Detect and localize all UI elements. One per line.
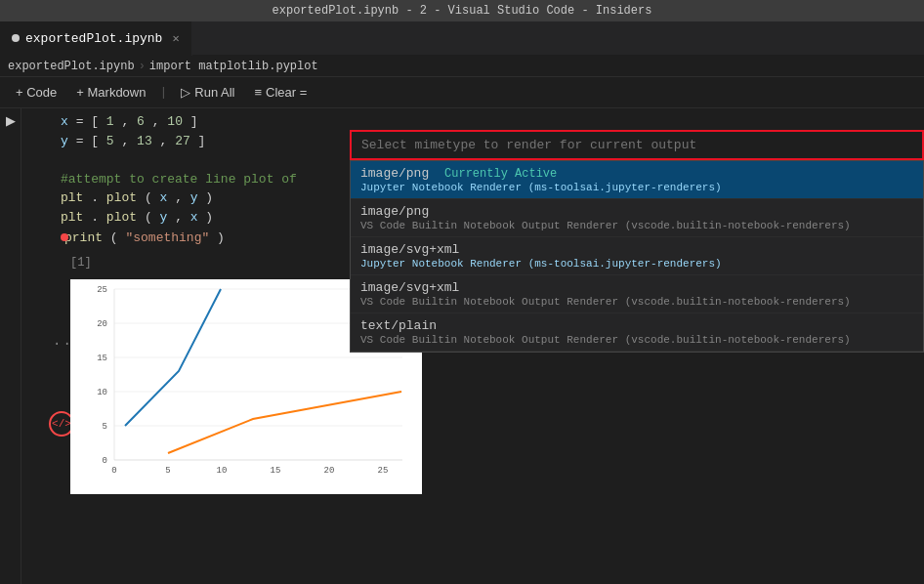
mimetype-item-2-main: image/svg+xml [360,242,913,257]
code-line-1: x = [ 1 , 6 , 10 ] [61,112,924,132]
svg-text:10: 10 [217,466,228,476]
mimetype-item-1-main: image/png [360,204,913,219]
run-all-label: Run All [194,85,234,100]
mimetype-dropdown: image/png Currently Active Jupyter Noteb… [350,130,924,353]
toolbar: + Code + Markdown | ▷ Run All ≡ Clear = [0,77,924,108]
breadcrumb-item-0[interactable]: exportedPlot.ipynb [8,60,135,73]
tab-label: exportedPlot.ipynb [25,31,162,46]
tab-bar: exportedPlot.ipynb ✕ [0,21,924,56]
mimetype-item-3[interactable]: image/svg+xml VS Code Builtin Notebook O… [351,275,923,313]
clear-button[interactable]: ≡ Clear = [246,82,315,103]
mimetype-item-4-main: text/plain [360,318,913,333]
run-all-icon: ▷ [181,85,190,100]
mimetype-item-2[interactable]: image/svg+xml Jupyter Notebook Renderer … [351,237,923,275]
left-gutter: ▶ [0,108,21,584]
clear-label: Clear = [266,85,307,100]
add-code-label: + Code [16,85,57,100]
svg-text:5: 5 [103,422,107,432]
title-bar: exportedPlot.ipynb - 2 - Visual Studio C… [0,0,924,21]
mimetype-item-1[interactable]: image/png VS Code Builtin Notebook Outpu… [351,199,923,237]
tab-exportedplot[interactable]: exportedPlot.ipynb ✕ [0,21,192,56]
svg-text:20: 20 [97,319,107,329]
mimetype-item-3-main: image/svg+xml [360,280,913,295]
svg-text:5: 5 [165,466,170,476]
breadcrumb: exportedPlot.ipynb › import matplotlib.p… [0,56,924,77]
svg-text:15: 15 [97,354,107,363]
svg-text:10: 10 [97,388,107,397]
svg-text:0: 0 [111,466,116,476]
editor-area: x = [ 1 , 6 , 10 ] y = [ 5 , 13 , 27 ] [21,108,924,584]
mimetype-item-0-main: image/png [360,166,429,181]
svg-text:20: 20 [324,466,335,476]
mimetype-item-3-sub: VS Code Builtin Notebook Output Renderer… [360,296,913,308]
error-indicator [61,233,68,241]
main-area: ▶ x = [ 1 , 6 , 10 ] y = [ 5 , 1 [0,108,924,584]
run-cell-button[interactable]: ▶ [3,112,19,128]
tab-close-icon[interactable]: ✕ [172,31,179,46]
clear-icon: ≡ [254,85,262,100]
mimetype-list: image/png Currently Active Jupyter Noteb… [350,160,924,353]
mimetype-item-2-sub: Jupyter Notebook Renderer (ms-toolsai.ju… [360,258,913,270]
svg-text:25: 25 [378,466,389,476]
mimetype-item-4-sub: VS Code Builtin Notebook Output Renderer… [360,334,913,346]
mimetype-item-0[interactable]: image/png Currently Active Jupyter Noteb… [351,161,923,199]
window-title: exportedPlot.ipynb - 2 - Visual Studio C… [273,4,652,18]
mimetype-item-0-badge: Currently Active [444,167,557,181]
run-all-button[interactable]: ▷ Run All [173,82,242,103]
add-markdown-button[interactable]: + Markdown [68,82,153,103]
svg-text:25: 25 [97,285,107,295]
mimetype-search-input[interactable] [350,130,924,160]
breadcrumb-item-1[interactable]: import matplotlib.pyplot [149,60,318,73]
add-markdown-label: + Markdown [76,85,146,100]
mimetype-item-0-sub: Jupyter Notebook Renderer (ms-toolsai.ju… [360,182,913,193]
tab-icon [12,34,20,42]
svg-text:15: 15 [271,466,281,476]
toolbar-separator: | [159,85,167,100]
add-code-button[interactable]: + Code [8,82,64,103]
code-renderer-icon: </> [52,418,71,430]
mimetype-item-4[interactable]: text/plain VS Code Builtin Notebook Outp… [351,313,923,352]
mimetype-item-1-sub: VS Code Builtin Notebook Output Renderer… [360,220,913,231]
breadcrumb-separator: › [139,60,146,73]
svg-text:0: 0 [103,456,107,466]
